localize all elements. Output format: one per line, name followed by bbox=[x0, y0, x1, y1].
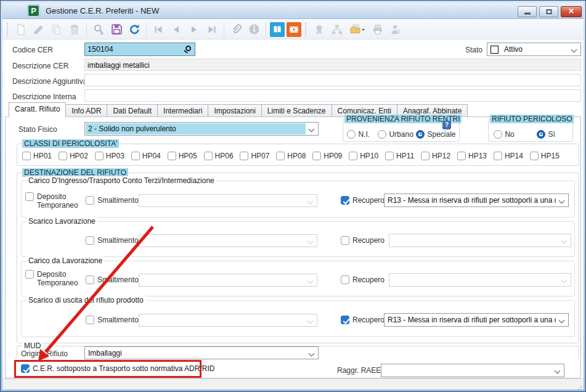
recupero-combo[interactable]: R13 - Messa in riserva di rifiuti per so… bbox=[384, 194, 569, 207]
radio-no-label: No bbox=[505, 130, 514, 139]
certificate-button[interactable] bbox=[311, 22, 327, 38]
minimize-button[interactable] bbox=[518, 6, 537, 17]
raggr-raee-combo[interactable] bbox=[381, 364, 564, 377]
radio-urbano[interactable] bbox=[378, 130, 386, 139]
raggr-raee-label: Raggr. RAEE bbox=[337, 366, 381, 375]
recupero-checkbox[interactable] bbox=[341, 236, 349, 245]
deposito-label: Deposito Temporaneo bbox=[37, 192, 84, 210]
smaltimento-checkbox[interactable] bbox=[86, 236, 94, 245]
hp-checkbox[interactable] bbox=[59, 152, 67, 160]
hp-item: HP08 bbox=[276, 152, 306, 160]
recupero-label: Recupero bbox=[352, 196, 385, 205]
radio-speciale-label: Speciale bbox=[427, 130, 455, 139]
print-button[interactable] bbox=[370, 22, 386, 38]
new-button[interactable] bbox=[13, 22, 29, 38]
classi-title: CLASSI DI PERICOLOSITA' bbox=[22, 139, 119, 148]
maximize-button[interactable] bbox=[539, 6, 558, 17]
assistance-button[interactable] bbox=[388, 22, 404, 38]
resize-grip-icon[interactable] bbox=[580, 386, 582, 388]
info-button[interactable] bbox=[246, 22, 262, 38]
smaltimento-checkbox[interactable] bbox=[86, 276, 94, 284]
radio-ni[interactable] bbox=[347, 130, 356, 139]
hp-label: HP03 bbox=[106, 152, 124, 160]
descrizione-interna-input[interactable] bbox=[84, 89, 581, 102]
origine-rifiuto-combo[interactable]: Imballaggi bbox=[84, 346, 319, 359]
toolbar-grip[interactable] bbox=[7, 23, 9, 36]
hp-checkbox[interactable] bbox=[349, 152, 357, 160]
chevron-down-icon bbox=[307, 198, 314, 205]
edit-button[interactable] bbox=[31, 22, 47, 38]
hp-item: HP12 bbox=[421, 152, 450, 160]
manual-book-icon bbox=[272, 24, 283, 35]
hp-label: HP02 bbox=[70, 152, 88, 160]
copy-button[interactable] bbox=[49, 22, 65, 38]
deposito-checkbox[interactable] bbox=[25, 270, 34, 279]
hp-checkbox[interactable] bbox=[457, 152, 466, 160]
tab-intermediari[interactable]: Intermediari bbox=[158, 104, 208, 117]
smaltimento-combo[interactable] bbox=[139, 234, 317, 247]
delete-button[interactable] bbox=[67, 22, 83, 38]
previous-record-button[interactable] bbox=[168, 22, 184, 38]
hp-checkbox[interactable] bbox=[530, 152, 539, 160]
stato-combo[interactable]: Attivo bbox=[487, 43, 581, 56]
smaltimento-checkbox[interactable] bbox=[86, 196, 94, 205]
report-button[interactable] bbox=[347, 22, 368, 38]
toolbar-separator bbox=[146, 23, 147, 36]
hp-checkbox[interactable] bbox=[385, 152, 394, 160]
refresh-button[interactable] bbox=[126, 22, 142, 38]
hp-checkbox[interactable] bbox=[95, 152, 104, 160]
radio-si[interactable] bbox=[537, 130, 545, 139]
next-record-button[interactable] bbox=[186, 22, 202, 38]
recupero-combo[interactable] bbox=[389, 234, 571, 247]
tab-dati-default[interactable]: Dati Default bbox=[107, 104, 158, 117]
recupero-checkbox[interactable] bbox=[341, 196, 349, 205]
toolbar-grip[interactable] bbox=[305, 23, 307, 36]
save-button[interactable] bbox=[108, 22, 124, 38]
radio-no[interactable] bbox=[494, 130, 502, 139]
hp-label: HP07 bbox=[251, 152, 269, 160]
lookup-icon[interactable] bbox=[185, 46, 191, 51]
tab-caratt-rifiuto[interactable]: Caratt. Rifiuto bbox=[9, 102, 66, 117]
hp-checkbox[interactable] bbox=[494, 152, 502, 160]
radio-speciale[interactable] bbox=[416, 130, 425, 139]
hp-checkbox[interactable] bbox=[22, 152, 31, 160]
title-bar[interactable]: P Gestione C.E.R. Preferiti - NEW ✕ bbox=[2, 2, 584, 19]
hp-checkbox[interactable] bbox=[276, 152, 285, 160]
descrizione-aggiuntiva-input[interactable] bbox=[84, 74, 581, 86]
printer-icon bbox=[372, 23, 384, 36]
recupero-combo[interactable]: R13 - Messa in riserva di rifiuti per so… bbox=[384, 313, 569, 327]
video-tutorial-button[interactable] bbox=[287, 22, 301, 37]
hp-checkbox[interactable] bbox=[168, 152, 176, 160]
smaltimento-combo[interactable] bbox=[139, 194, 317, 207]
tab-impostazioni[interactable]: Impostazioni bbox=[208, 104, 261, 117]
recupero-checkbox[interactable] bbox=[341, 316, 349, 324]
organization-button[interactable] bbox=[329, 22, 345, 38]
hp-checkbox[interactable] bbox=[204, 152, 213, 160]
stato-fisico-combo[interactable]: 2 - Solido non pulverulento bbox=[84, 122, 319, 136]
attachment-button[interactable] bbox=[228, 22, 244, 38]
last-record-button[interactable] bbox=[204, 22, 220, 38]
deposito-checkbox[interactable] bbox=[25, 192, 34, 201]
smaltimento-combo[interactable] bbox=[139, 314, 317, 327]
hp-item: HP03 bbox=[95, 152, 124, 160]
tab-info-adr[interactable]: Info ADR bbox=[66, 104, 107, 117]
tab-limiti-scadenze[interactable]: Limiti e Scadenze bbox=[262, 104, 332, 117]
recupero-combo[interactable] bbox=[389, 273, 571, 287]
hp-checkbox[interactable] bbox=[131, 152, 140, 160]
descrizione-cer-label: Descrizione CER bbox=[12, 62, 68, 70]
smaltimento-checkbox[interactable] bbox=[86, 316, 94, 324]
smaltimento-combo[interactable] bbox=[139, 274, 317, 287]
hp-checkbox[interactable] bbox=[421, 152, 429, 160]
hp-checkbox[interactable] bbox=[240, 152, 248, 160]
hp-checkbox[interactable] bbox=[312, 152, 321, 160]
manual-button[interactable] bbox=[270, 22, 285, 37]
help-button[interactable]: ? bbox=[442, 121, 451, 129]
recupero-checkbox[interactable] bbox=[341, 276, 349, 284]
stato-label: Stato bbox=[465, 46, 482, 54]
close-button[interactable]: ✕ bbox=[561, 6, 582, 17]
search-button[interactable] bbox=[91, 22, 107, 38]
codice-cer-input[interactable]: 150104 bbox=[84, 43, 195, 56]
first-record-button[interactable] bbox=[150, 22, 166, 38]
hp-item: HP15 bbox=[530, 152, 560, 160]
chevron-down-icon bbox=[307, 318, 314, 324]
